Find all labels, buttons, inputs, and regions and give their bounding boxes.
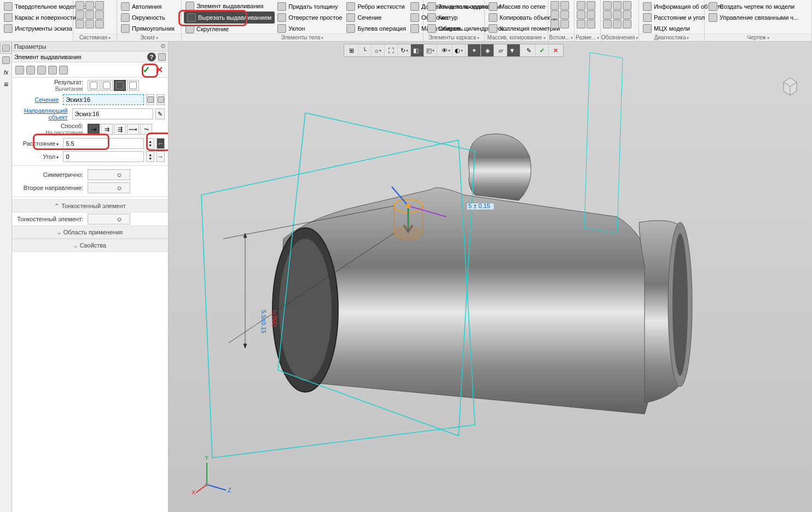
create-drawing-button[interactable]: Создать чертеж по модели — [707, 1, 800, 11]
body-group-label[interactable]: Элементы тела — [182, 33, 423, 41]
section-btn-1[interactable] — [146, 94, 154, 105]
dim-icon-5[interactable] — [577, 20, 585, 28]
dim-icon-3[interactable] — [577, 10, 585, 19]
scope-section-header[interactable]: Область применения — [12, 226, 168, 239]
angle-input[interactable] — [63, 151, 144, 162]
apply-button[interactable]: ✓ — [141, 65, 152, 76]
aux-icon-2[interactable] — [560, 1, 569, 10]
angle-label[interactable]: Угол — [15, 153, 61, 160]
copy-icon[interactable] — [76, 20, 84, 28]
props-section-header[interactable]: Свойства — [12, 239, 168, 252]
undo-icon[interactable] — [85, 10, 94, 19]
method-opt-5[interactable]: ⤳ — [140, 124, 152, 135]
aux-icon-3[interactable] — [550, 10, 559, 19]
dim-icon-4[interactable] — [587, 10, 595, 19]
guide-input[interactable] — [72, 108, 153, 119]
distance-stepper[interactable]: ▲▼ — [146, 138, 154, 149]
aux-icon-6[interactable] — [560, 20, 569, 28]
left-tab-tree[interactable] — [1, 43, 11, 54]
thin-toggle[interactable]: ○ — [88, 214, 130, 225]
new-file-icon[interactable] — [76, 1, 84, 10]
autoline-button[interactable]: Автолиния — [119, 1, 176, 11]
open-file-icon[interactable] — [85, 1, 94, 10]
annot-icon-6[interactable] — [623, 10, 631, 19]
distance-input[interactable] — [63, 138, 144, 149]
annot-icon-5[interactable] — [613, 10, 622, 19]
angle-stepper[interactable]: ▲▼ — [146, 151, 154, 162]
section-btn-2[interactable] — [156, 94, 165, 105]
dim-group-label[interactable]: Разме... — [575, 33, 600, 41]
tool-icon-5[interactable] — [59, 66, 68, 74]
aux-icon-5[interactable] — [550, 20, 559, 28]
aux-icon-4[interactable] — [560, 10, 569, 19]
help-icon[interactable]: ? — [147, 53, 156, 61]
tool-icon-1[interactable] — [15, 66, 24, 74]
section-label[interactable]: Сечение — [15, 96, 61, 103]
thin-section-header[interactable]: Тонкостенный элемент — [12, 199, 168, 212]
guide-label[interactable]: Направляющий объект — [15, 107, 70, 120]
rib-button[interactable]: Ребро жесткости — [345, 1, 408, 11]
guide-btn-1[interactable]: ✎ — [155, 108, 165, 119]
left-tab-params[interactable] — [1, 55, 11, 66]
result-opt-4[interactable] — [127, 80, 139, 91]
method-opt-3[interactable]: ⇶ — [114, 124, 126, 135]
method-opt-1[interactable]: ⇥ — [88, 124, 100, 135]
aux-icon-1[interactable] — [550, 1, 559, 10]
annot-group-label[interactable]: Обозначения — [601, 33, 639, 41]
array-group-label[interactable]: Массив, копирование — [485, 33, 548, 41]
viewport[interactable]: ⊞ └ ⌕ ⛶ ↻ ◧ ◰ 👁 ◐ ✦ ◈ ▱ ▼ ✎ ✓ ✕ — [169, 42, 812, 512]
left-tab-menu[interactable]: ≡ — [1, 79, 11, 90]
cancel-button[interactable]: ✕ — [154, 65, 165, 76]
annot-icon-9[interactable] — [623, 20, 631, 28]
view-cube[interactable] — [779, 74, 801, 96]
annot-icon-1[interactable] — [603, 1, 612, 10]
bool-button[interactable]: Булева операция — [345, 23, 408, 33]
rect-button[interactable]: Прямоугольник — [119, 23, 176, 33]
symmetric-toggle[interactable]: ○ — [88, 169, 130, 180]
tool-icon-3[interactable] — [37, 66, 46, 74]
dim-icon-2[interactable] — [587, 1, 595, 10]
distance-label[interactable]: Расстояние — [15, 140, 61, 147]
annot-icon-4[interactable] — [603, 10, 612, 19]
annot-icon-2[interactable] — [613, 1, 622, 10]
diag-group-label[interactable]: Диагностика — [639, 33, 704, 41]
paste-icon[interactable] — [85, 20, 94, 28]
direction-button[interactable]: ← — [156, 138, 165, 149]
wireframe-group-label[interactable]: Элементы каркаса — [424, 33, 484, 41]
dim-icon-1[interactable] — [577, 1, 585, 10]
method-opt-4[interactable]: ⟿ — [127, 124, 139, 135]
result-opt-3[interactable] — [114, 80, 126, 91]
drawing-group-label[interactable]: Чертеж — [705, 33, 811, 41]
draft-button[interactable]: Уклон — [276, 23, 344, 33]
panel-tree-icon[interactable] — [158, 53, 166, 61]
result-opt-1[interactable] — [88, 80, 100, 91]
extrude-button[interactable]: Элемент выдавливания — [184, 1, 275, 11]
annot-icon-7[interactable] — [603, 20, 612, 28]
save-icon[interactable] — [95, 1, 104, 10]
fillet-button[interactable]: Скругление — [184, 24, 275, 34]
redo-icon[interactable] — [95, 10, 104, 19]
props-icon[interactable] — [95, 20, 104, 28]
hole-button[interactable]: Отверстие простое — [276, 12, 344, 22]
tool-icon-2[interactable] — [26, 66, 35, 74]
annot-icon-8[interactable] — [613, 20, 622, 28]
print-icon[interactable] — [76, 10, 84, 19]
system-group-label[interactable]: Системная — [73, 33, 117, 41]
result-opt-2[interactable] — [101, 80, 113, 91]
aux-group-label[interactable]: Вспом... — [548, 33, 574, 41]
tool-icon-4[interactable] — [48, 66, 57, 74]
panel-gear-icon[interactable]: ⚙ — [160, 43, 166, 50]
section-input[interactable] — [63, 94, 144, 105]
sketch-group-label[interactable]: Эскиз — [117, 33, 181, 41]
cut-extrude-button[interactable]: Вырезать выдавливанием — [184, 11, 275, 23]
method-opt-2[interactable]: ⇉ — [101, 124, 113, 135]
section-button[interactable]: Сечение — [345, 12, 408, 22]
second-dir-toggle[interactable]: ○ — [88, 182, 130, 193]
angle-direction[interactable]: → — [156, 151, 165, 162]
dim-icon-6[interactable] — [587, 20, 595, 28]
annot-icon-3[interactable] — [623, 1, 631, 10]
manage-drawing-button[interactable]: Управление связанными ч... — [707, 12, 800, 22]
circle-button[interactable]: Окружность — [119, 12, 176, 22]
left-tab-fx[interactable]: fx — [1, 67, 11, 78]
thicken-button[interactable]: Придать толщину — [276, 1, 344, 11]
